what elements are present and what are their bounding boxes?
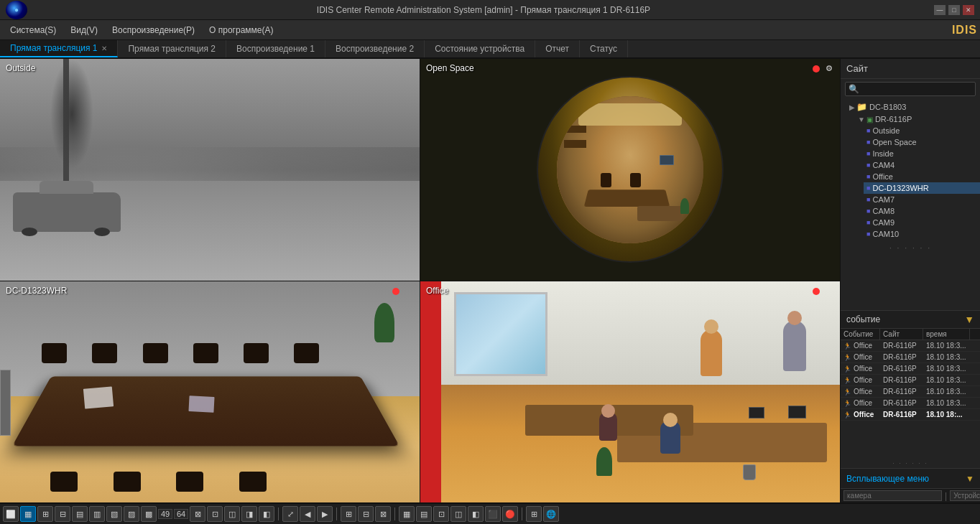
layout-alt1[interactable]: ⊠ — [190, 506, 205, 522]
event-motion-icon: 🏃 — [843, 411, 851, 418]
layout-alt5[interactable]: ◧ — [259, 506, 274, 522]
event-row-latest[interactable]: 🏃Office DR-6116P 18.10 18:... — [841, 409, 980, 421]
layout-btn-9[interactable]: ▤ — [72, 506, 88, 522]
tab-play2[interactable]: Воспроизведение 2 — [325, 40, 425, 57]
camera-settings-openspace[interactable] — [824, 63, 834, 75]
layout-btn-10[interactable]: ▥ — [89, 506, 105, 522]
layout-btn-6[interactable]: ⊞ — [37, 506, 53, 522]
event-row[interactable]: 🏃Office DR-6116P 18.10 18:3... — [841, 398, 980, 409]
tabbar: Прямая трансляция 1 ✕ Прямая трансляция … — [0, 40, 980, 59]
minimize-button[interactable]: — — [934, 5, 946, 15]
camera-label-office: Office — [426, 286, 448, 296]
menu-view[interactable]: Вид(V) — [63, 22, 105, 38]
count-64: 64 — [174, 509, 188, 519]
camera-icon-cam7: ■ — [866, 196, 870, 203]
close-button[interactable]: ✕ — [963, 5, 974, 15]
tree-node-dr-6116p[interactable]: ▼ ▣ DR-6116P — [855, 113, 980, 125]
svg-point-1 — [828, 67, 830, 69]
tb-btn-g[interactable]: ◫ — [450, 506, 466, 522]
layout-btn-4[interactable]: ▦ — [20, 506, 36, 522]
fullscreen-btn[interactable]: ⤢ — [282, 506, 298, 522]
tree-node-outside[interactable]: ■ Outside — [864, 125, 980, 136]
event-motion-icon: 🏃 — [843, 377, 851, 384]
video-cell-office[interactable]: Office — [420, 281, 840, 503]
event-motion-icon: 🏃 — [843, 400, 851, 407]
tb-btn-i[interactable]: ⬛ — [485, 506, 501, 522]
tab-play1[interactable]: Воспроизведение 1 — [226, 40, 325, 57]
tree-node-cam8[interactable]: ■ CAM8 — [864, 205, 980, 217]
device-input[interactable] — [950, 490, 980, 501]
event-motion-icon: 🏃 — [843, 354, 851, 361]
menu-about[interactable]: О программе(А) — [202, 22, 280, 38]
tab-report[interactable]: Отчет — [535, 40, 580, 57]
tree-node-openspace[interactable]: ■ Open Space — [864, 136, 980, 148]
search-input[interactable] — [859, 85, 972, 93]
idis-logo: IDIS — [952, 24, 977, 37]
right-panel: Сайт 🔍 ▶ 📁 DC-B1803 ▼ ▣ DR-6116P ■ Outsi… — [840, 59, 980, 502]
tb-btn-b[interactable]: ⊟ — [358, 506, 374, 522]
event-row[interactable]: 🏃Office DR-6116P 18.10 18:3... — [841, 386, 980, 398]
tab-status[interactable]: Статус — [580, 40, 628, 57]
tab-device[interactable]: Состояние устройства — [425, 40, 535, 57]
tree-node-dc-d1323whr[interactable]: ■ DC-D1323WHR — [864, 182, 980, 194]
next-btn[interactable]: ▶ — [317, 506, 333, 522]
tb-btn-d[interactable]: ▦ — [399, 506, 415, 522]
tb-btn-h[interactable]: ◧ — [468, 506, 484, 522]
tree-node-cam7[interactable]: ■ CAM7 — [864, 194, 980, 205]
tab-live2[interactable]: Прямая трансляция 2 — [118, 40, 226, 57]
layout-btn-16[interactable]: ▨ — [124, 506, 139, 522]
tree-node-inside[interactable]: ■ Inside — [864, 148, 980, 159]
event-motion-icon: 🏃 — [843, 365, 851, 373]
camera-icon-cam9: ■ — [866, 219, 870, 226]
tb-btn-k[interactable]: ⊞ — [526, 506, 542, 522]
toolbar-separator-2 — [336, 507, 337, 520]
video-cell-outside[interactable]: Outside — [0, 59, 420, 281]
site-header: Сайт — [841, 59, 980, 79]
tree-node-cam9[interactable]: ■ CAM9 — [864, 217, 980, 228]
layout-btn-13[interactable]: ▧ — [106, 506, 122, 522]
camera-input[interactable] — [843, 490, 942, 501]
popup-menu-arrow[interactable]: ▼ — [966, 474, 974, 484]
layout-alt2[interactable]: ⊡ — [207, 506, 223, 522]
layout-btn-1[interactable]: ⬜ — [3, 506, 19, 522]
search-icon: 🔍 — [849, 84, 859, 94]
tb-btn-f[interactable]: ⊡ — [433, 506, 449, 522]
layout-alt3[interactable]: ◫ — [224, 506, 240, 522]
tab-close-live1[interactable]: ✕ — [101, 45, 107, 52]
maximize-button[interactable]: □ — [948, 5, 960, 15]
recording-indicator-conference — [392, 287, 399, 297]
tb-btn-c[interactable]: ⊠ — [375, 506, 391, 522]
video-cell-conference[interactable]: DC-D1323WHR — [0, 281, 420, 503]
menu-playback[interactable]: Воспроизведение(Р) — [105, 22, 202, 38]
menu-system[interactable]: Система(S) — [3, 22, 63, 38]
tree-more-indicator: · · · · · · — [841, 240, 980, 256]
tree-node-office[interactable]: ■ Office — [864, 171, 980, 182]
tab-live1[interactable]: Прямая трансляция 1 ✕ — [0, 40, 118, 57]
camera-icon-office: ■ — [866, 173, 870, 180]
event-expand-icon[interactable]: ▼ — [964, 314, 974, 325]
event-row[interactable]: 🏃Office DR-6116P 18.10 18:3... — [841, 363, 980, 375]
tb-btn-l[interactable]: 🌐 — [543, 506, 559, 522]
tb-btn-j[interactable]: 🔴 — [502, 506, 518, 522]
title-bar-text: IDIS Center Remote Administration System… — [33, 5, 934, 15]
camera-icon-openspace: ■ — [866, 139, 870, 146]
layout-alt4[interactable]: ◨ — [241, 506, 257, 522]
video-cell-openspace[interactable]: Open Space — [420, 59, 840, 281]
camera-icon-outside: ■ — [866, 127, 870, 134]
prev-btn[interactable]: ◀ — [300, 506, 315, 522]
event-row[interactable]: 🏃Office DR-6116P 18.10 18:3... — [841, 375, 980, 386]
recording-indicator-openspace — [813, 65, 820, 75]
tree-node-dc-b1803[interactable]: ▶ 📁 DC-B1803 — [846, 100, 980, 113]
event-row[interactable]: 🏃Office DR-6116P 18.10 18:3... — [841, 352, 980, 363]
event-panel: событие ▼ Событие Сайт время 🏃Office DR-… — [841, 310, 980, 468]
event-motion-icon: 🏃 — [843, 342, 851, 350]
tree-node-cam10[interactable]: ■ CAM10 — [864, 228, 980, 240]
layout-btn-custom[interactable]: ▩ — [141, 506, 157, 522]
event-row[interactable]: 🏃Office DR-6116P 18.10 18:3... — [841, 340, 980, 352]
layout-btn-8[interactable]: ⊟ — [55, 506, 70, 522]
main-area: Outside — [0, 59, 980, 502]
tree-node-cam4[interactable]: ■ CAM4 — [864, 159, 980, 171]
tb-btn-e[interactable]: ▤ — [416, 506, 432, 522]
tb-btn-a[interactable]: ⊞ — [341, 506, 356, 522]
camera-icon-inside: ■ — [866, 150, 870, 157]
